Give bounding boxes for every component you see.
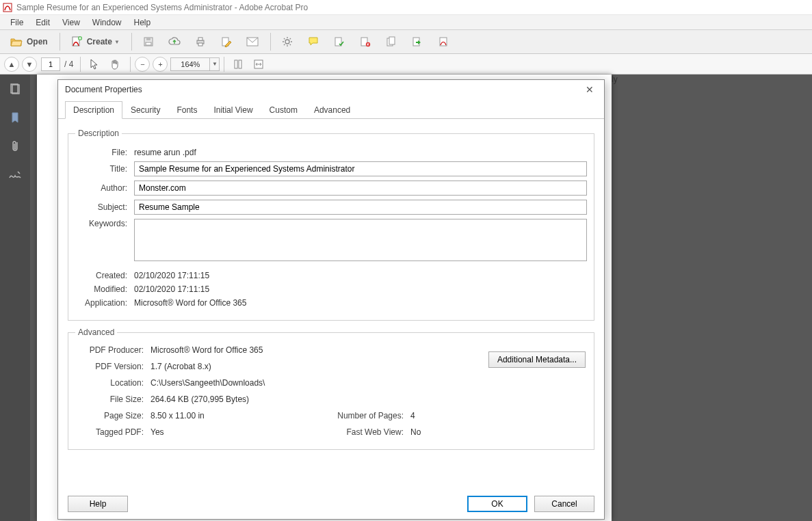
label-file: File: bbox=[75, 148, 134, 157]
value-fastweb: No bbox=[410, 427, 451, 437]
author-input[interactable] bbox=[134, 181, 587, 196]
edit-pencil-button[interactable] bbox=[214, 32, 239, 51]
cursor-icon bbox=[88, 58, 101, 70]
tab-initial-view[interactable]: Initial View bbox=[205, 101, 261, 119]
menu-edit[interactable]: Edit bbox=[29, 16, 56, 29]
label-modified: Modified: bbox=[75, 284, 134, 294]
create-button[interactable]: Create ▼ bbox=[64, 32, 126, 51]
dialog-title: Document Properties bbox=[65, 85, 142, 94]
help-button[interactable]: Help bbox=[68, 496, 128, 512]
pdf-page-icon bbox=[437, 36, 449, 48]
toolbar-separator bbox=[60, 33, 60, 51]
tab-custom[interactable]: Custom bbox=[261, 101, 306, 119]
dialog-body: Description File:resume arun .pdf Title:… bbox=[58, 119, 604, 450]
minus-icon: − bbox=[140, 60, 144, 68]
tab-advanced[interactable]: Advanced bbox=[306, 101, 358, 119]
description-legend: Description bbox=[75, 129, 122, 138]
nav-thumbnails-icon[interactable] bbox=[8, 81, 23, 96]
hand-tool-button[interactable] bbox=[105, 55, 125, 74]
label-location: Location: bbox=[75, 378, 150, 388]
page-toolbar: ▲ ▼ / 4 − + 164% ▼ bbox=[0, 54, 812, 75]
subject-input[interactable] bbox=[134, 200, 587, 215]
toolbar-separator bbox=[130, 57, 131, 72]
label-author: Author: bbox=[75, 183, 134, 193]
tab-description[interactable]: Description bbox=[65, 101, 122, 119]
additional-metadata-button[interactable]: Additional Metadata... bbox=[488, 351, 586, 368]
cancel-button[interactable]: Cancel bbox=[534, 496, 594, 512]
gear-button[interactable] bbox=[275, 32, 300, 51]
cloud-upload-icon bbox=[168, 36, 181, 48]
gear-icon bbox=[281, 36, 293, 48]
fit-width-button[interactable] bbox=[249, 55, 268, 74]
comment-button[interactable] bbox=[301, 32, 326, 51]
menu-file[interactable]: File bbox=[4, 16, 29, 29]
menu-bar: File Edit View Window Help bbox=[0, 15, 812, 30]
keywords-input[interactable] bbox=[134, 219, 587, 261]
remove-page-button[interactable] bbox=[353, 32, 378, 51]
dialog-footer: Help OK Cancel bbox=[68, 496, 594, 512]
email-button[interactable] bbox=[240, 32, 265, 51]
page-up-button[interactable]: ▲ bbox=[4, 57, 19, 72]
tab-security[interactable]: Security bbox=[122, 101, 168, 119]
chevron-down-icon: ▼ bbox=[114, 39, 120, 45]
label-numpages: Number of Pages: bbox=[328, 411, 410, 420]
nav-bookmarks-icon[interactable] bbox=[8, 110, 23, 125]
envelope-icon bbox=[246, 36, 259, 48]
value-modified: 02/10/2020 17:11:15 bbox=[134, 284, 209, 294]
page-number-input[interactable] bbox=[41, 57, 60, 71]
label-keywords: Keywords: bbox=[75, 219, 134, 228]
pdf-button[interactable] bbox=[431, 32, 456, 51]
value-producer: Microsoft® Word for Office 365 bbox=[150, 345, 451, 355]
svg-rect-19 bbox=[235, 60, 237, 68]
page-remove-icon bbox=[359, 36, 371, 48]
page-total: / 4 bbox=[64, 59, 73, 69]
speech-bubble-icon bbox=[307, 36, 319, 48]
plus-icon: + bbox=[158, 60, 162, 68]
zoom-dropdown[interactable]: ▼ bbox=[210, 57, 220, 71]
main-toolbar: Open Create ▼ bbox=[0, 30, 812, 54]
copy-page-button[interactable] bbox=[379, 32, 404, 51]
select-tool-button[interactable] bbox=[85, 55, 104, 74]
cloud-button[interactable] bbox=[162, 32, 187, 51]
save-icon bbox=[142, 36, 155, 48]
folder-open-icon bbox=[10, 36, 23, 48]
svg-rect-0 bbox=[3, 3, 12, 12]
ok-button[interactable]: OK bbox=[467, 496, 527, 512]
fit-page-button[interactable] bbox=[228, 55, 248, 74]
title-input[interactable] bbox=[134, 161, 587, 176]
nav-attachments-icon[interactable] bbox=[8, 139, 23, 154]
zoom-in-button[interactable]: + bbox=[153, 57, 168, 72]
svg-rect-8 bbox=[198, 43, 202, 46]
dialog-tabs: Description Security Fonts Initial View … bbox=[58, 101, 604, 119]
zoom-out-button[interactable]: − bbox=[135, 57, 150, 72]
label-tagged: Tagged PDF: bbox=[75, 427, 150, 437]
convert-page-button[interactable] bbox=[405, 32, 430, 51]
menu-view[interactable]: View bbox=[56, 16, 86, 29]
nav-signatures-icon[interactable] bbox=[8, 168, 23, 183]
tab-fonts[interactable]: Fonts bbox=[168, 101, 205, 119]
stamp-button[interactable] bbox=[327, 32, 352, 51]
description-group: Description File:resume arun .pdf Title:… bbox=[68, 129, 594, 321]
open-button[interactable]: Open bbox=[4, 32, 54, 51]
arrow-down-icon: ▼ bbox=[26, 60, 34, 68]
menu-help[interactable]: Help bbox=[128, 16, 157, 29]
arrow-up-icon: ▲ bbox=[8, 60, 16, 68]
print-icon bbox=[194, 36, 207, 48]
value-created: 02/10/2020 17:11:15 bbox=[134, 271, 209, 280]
svg-rect-4 bbox=[146, 38, 150, 40]
zoom-level[interactable]: 164% bbox=[170, 57, 210, 71]
page-arrow-icon bbox=[411, 36, 423, 48]
value-file: resume arun .pdf bbox=[134, 148, 196, 157]
page-down-button[interactable]: ▼ bbox=[22, 57, 37, 72]
print-button[interactable] bbox=[188, 32, 213, 51]
dialog-close-button[interactable]: ✕ bbox=[582, 82, 597, 97]
label-filesize: File Size: bbox=[75, 395, 150, 404]
value-version: 1.7 (Acrobat 8.x) bbox=[150, 362, 451, 371]
label-application: Application: bbox=[75, 298, 134, 308]
value-numpages: 4 bbox=[410, 411, 451, 420]
label-pagesize: Page Size: bbox=[75, 411, 150, 420]
menu-window[interactable]: Window bbox=[86, 16, 128, 29]
dialog-titlebar: Document Properties ✕ bbox=[58, 80, 604, 99]
save-button[interactable] bbox=[136, 32, 161, 51]
svg-rect-5 bbox=[146, 42, 151, 45]
